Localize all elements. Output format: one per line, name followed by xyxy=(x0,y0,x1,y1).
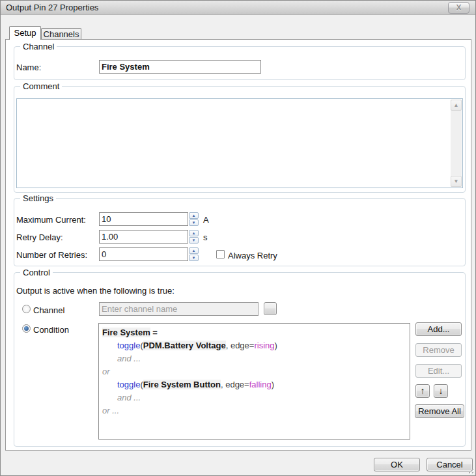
remove-all-button[interactable]: Remove All xyxy=(415,404,464,418)
condition-line[interactable]: and ... xyxy=(102,391,406,404)
control-group-title: Control xyxy=(20,268,53,277)
condition-segment-value: falling xyxy=(249,380,272,389)
dialog-window: Output Pin 27 Properties X Setup Channel… xyxy=(0,0,476,476)
window-title: Output Pin 27 Properties xyxy=(6,3,98,12)
spin-up-icon[interactable]: ▲ xyxy=(189,212,199,219)
always-retry-label: Always Retry xyxy=(228,251,277,260)
max-current-label: Maximum Current: xyxy=(16,215,86,225)
condition-radio-label: Condition xyxy=(33,325,69,335)
title-bar[interactable]: Output Pin 27 Properties X xyxy=(1,1,475,15)
num-retries-label: Number of Retries: xyxy=(16,250,87,260)
condition-segment-plain: ) xyxy=(275,341,277,350)
condition-line[interactable]: and ... xyxy=(102,352,406,365)
condition-line[interactable]: or xyxy=(102,365,406,378)
spin-down-icon[interactable]: ▼ xyxy=(189,255,199,261)
condition-line[interactable]: toggle(PDM.Battery Voltage, edge=rising) xyxy=(102,339,406,352)
condition-line[interactable]: toggle(Fire System Button, edge=falling) xyxy=(102,378,406,391)
channel-radio-label: Channel xyxy=(33,305,64,315)
scroll-down-icon[interactable]: ▼ xyxy=(451,176,462,187)
condition-segment-channel: PDM.Battery Voltage xyxy=(143,341,226,350)
condition-segment-plain: ) xyxy=(272,380,274,389)
comment-textarea[interactable]: ▲ ▼ xyxy=(16,98,463,188)
num-retries-input[interactable] xyxy=(99,247,188,261)
channel-radio[interactable] xyxy=(22,305,31,313)
retry-delay-label: Retry Delay: xyxy=(16,232,63,242)
condition-segment-plain: , edge= xyxy=(221,380,249,389)
ok-button[interactable]: OK xyxy=(374,458,420,471)
retry-delay-unit: s xyxy=(203,232,208,242)
condition-segment-value: rising xyxy=(254,341,274,350)
add-button[interactable]: Add... xyxy=(415,322,462,336)
condition-segment-channel: Fire System xyxy=(102,328,150,337)
spin-up-icon[interactable]: ▲ xyxy=(189,247,199,254)
max-current-unit: A xyxy=(203,215,209,225)
tab-setup[interactable]: Setup xyxy=(9,26,41,40)
channel-name-input[interactable] xyxy=(99,302,259,316)
condition-segment-muted: and ... xyxy=(117,393,141,402)
move-up-icon[interactable]: ↑ xyxy=(415,384,430,398)
condition-segment-muted: and ... xyxy=(117,354,141,363)
channel-group-title: Channel xyxy=(20,42,57,51)
max-current-input[interactable] xyxy=(99,212,188,226)
condition-segment-plainbold: = xyxy=(150,328,158,337)
remove-button[interactable]: Remove xyxy=(415,343,462,357)
condition-segment-muted: or ... xyxy=(102,406,119,415)
edit-button[interactable]: Edit... xyxy=(415,364,462,378)
condition-radio[interactable] xyxy=(22,324,31,333)
condition-line[interactable]: Fire System = xyxy=(102,326,406,339)
condition-segment-plain: , edge= xyxy=(226,341,255,350)
control-description: Output is active when the following is t… xyxy=(16,286,175,296)
condition-list[interactable]: Fire System =toggle(PDM.Battery Voltage,… xyxy=(98,323,410,440)
settings-group-title: Settings xyxy=(20,193,56,203)
retry-delay-input[interactable] xyxy=(99,230,188,244)
retry-delay-stepper: ▲ ▼ xyxy=(189,230,199,244)
name-label: Name: xyxy=(16,63,41,72)
spin-down-icon[interactable]: ▼ xyxy=(189,219,199,226)
spin-down-icon[interactable]: ▼ xyxy=(189,237,199,244)
condition-segment-function: toggle xyxy=(117,341,140,350)
condition-line[interactable]: or ... xyxy=(102,404,406,417)
name-input[interactable] xyxy=(99,60,261,74)
max-current-stepper: ▲ ▼ xyxy=(189,212,199,226)
comment-group-title: Comment xyxy=(20,81,62,91)
num-retries-stepper: ▲ ▼ xyxy=(189,247,199,261)
condition-segment-muted: or xyxy=(102,367,110,376)
move-down-icon[interactable]: ↓ xyxy=(434,384,448,398)
tab-channels[interactable]: Channels xyxy=(41,28,81,40)
close-icon[interactable]: X xyxy=(448,2,469,14)
cancel-button[interactable]: Cancel xyxy=(427,458,473,471)
condition-segment-function: toggle xyxy=(117,380,140,389)
channel-browse-button[interactable] xyxy=(264,302,277,315)
always-retry-checkbox[interactable] xyxy=(216,250,225,259)
condition-segment-channel: Fire System Button xyxy=(143,380,221,389)
resize-grip-icon[interactable] xyxy=(467,467,473,473)
scroll-up-icon[interactable]: ▲ xyxy=(451,100,462,111)
spin-up-icon[interactable]: ▲ xyxy=(189,230,199,236)
comment-scrollbar[interactable]: ▲ ▼ xyxy=(451,100,462,187)
